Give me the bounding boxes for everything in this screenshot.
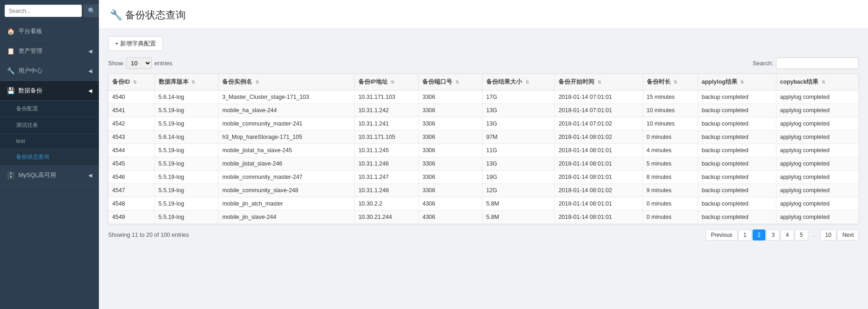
table-cell: 10.30.2.2 [355,197,419,211]
chevron-icon: ◀ [88,172,92,178]
table-cell: 2018-01-14 08:01:01 [555,197,643,211]
table-row[interactable]: 45405.6.14-log3_Master_Cluster_stage-171… [109,91,859,104]
table-cell: 3306 [419,184,483,197]
sidebar-item-assets[interactable]: 📋 资产管理 ◀ [0,41,99,61]
table-cell: 0 minutes [643,131,698,144]
table-cell: 5.6.14-log [155,91,218,104]
table-cell: 4306 [419,197,483,211]
table-cell: 5.5.19-log [155,104,218,117]
table-cell: 2018-01-14 08:01:01 [555,157,643,171]
search-button[interactable]: 🔍 [84,5,100,17]
table-search-input[interactable] [776,57,859,69]
table-cell: 2018-01-14 08:01:02 [555,184,643,197]
table-cell: applylog completed [776,211,858,224]
sidebar-item-mysql-ha[interactable]: 🗄️ MySQL高可用 ◀ [0,166,99,185]
page-btn-3[interactable]: 3 [766,229,780,240]
col-backup-port[interactable]: 备份端口号 ⇅ [419,74,483,91]
page-btn-5[interactable]: 5 [795,229,808,240]
table-row[interactable]: 45425.5.19-logmobile_community_master-24… [109,117,859,131]
sidebar-item-backup-status[interactable]: 备份状态查询 [0,149,99,166]
table-cell: 10 minutes [643,104,698,117]
sort-icon: ⇅ [455,80,459,85]
table-cell: mobile_ha_slave-244 [218,104,355,117]
entries-label: entries [155,60,172,67]
col-duration[interactable]: 备份时长 ⇅ [643,74,698,91]
col-backup-id[interactable]: 备份ID ⇅ [109,74,155,91]
table-cell: applylog completed [776,171,858,184]
page-btn-2[interactable]: 2 [753,229,766,240]
table-cell: 5.5.19-log [155,211,218,224]
assets-icon: 📋 [7,47,15,55]
page-title: 🔧 备份状态查询 [110,8,186,22]
table-cell: 0 minutes [643,211,698,224]
sidebar-item-label: 用户中心 [18,67,88,75]
sidebar-item-platform[interactable]: 🏠 平台看板 [0,22,99,41]
col-backup-ip[interactable]: 备份IP地址 ⇅ [355,74,419,91]
table-cell: 4306 [419,211,483,224]
table-row[interactable]: 45415.5.19-logmobile_ha_slave-24410.31.1… [109,104,859,117]
show-label: Show [108,60,123,67]
table-cell: 10.31.1.242 [355,104,419,117]
page-btn-1[interactable]: 1 [738,229,752,240]
table-cell: 10.31.171.103 [355,91,419,104]
table-cell: 12G [483,184,555,197]
page-btn-last[interactable]: 10 [820,229,836,240]
sidebar-item-test-task[interactable]: 测试任务 [0,117,99,134]
table-cell: applylog completed [776,144,858,157]
table-cell: applylog completed [776,157,858,171]
table-row[interactable]: 45495.5.19-logmobile_jin_slave-24410.30.… [109,211,859,224]
previous-button[interactable]: Previous [706,229,737,240]
table-cell: 15 minutes [643,91,698,104]
add-config-button[interactable]: + 新增字典配置 [108,36,163,51]
col-db-version[interactable]: 数据库版本 ⇅ [155,74,218,91]
col-copyback[interactable]: copyback结果 ⇅ [776,74,858,91]
sort-icon: ⇅ [391,80,394,85]
table-cell: 3_Master_Cluster_stage-171_103 [218,91,355,104]
table-cell: 2018-01-14 08:01:01 [555,211,643,224]
table-controls: Show 10 25 50 100 entries Search: [108,57,859,69]
page-header: 🔧 备份状态查询 [99,0,868,29]
table-cell: 13G [483,117,555,131]
table-cell: backup completed [698,144,776,157]
table-cell: 4549 [109,211,155,224]
entries-select[interactable]: 10 25 50 100 [126,57,152,69]
sidebar-item-label: 资产管理 [18,47,88,55]
table-cell: 3306 [419,157,483,171]
data-table: 备份ID ⇅ 数据库版本 ⇅ 备份实例名 ⇅ 备份IP地址 ⇅ [108,74,859,224]
table-cell: 4541 [109,104,155,117]
table-cell: 5.8M [483,197,555,211]
table-cell: 10.30.21.244 [355,211,419,224]
table-row[interactable]: 45465.5.19-logmobile_community_master-24… [109,171,859,184]
col-start-time[interactable]: 备份开始时间 ⇅ [555,74,643,91]
table-row[interactable]: 45475.5.19-logmobile_community_slave-248… [109,184,859,197]
backup-submenu: 备份配置 测试任务 test 备份状态查询 [0,101,99,166]
sidebar-item-test[interactable]: test [0,134,99,149]
next-button[interactable]: Next [837,229,859,240]
table-row[interactable]: 45435.6.14-logh3_Mop_hareStorage-171_105… [109,131,859,144]
col-backup-size[interactable]: 备份结果大小 ⇅ [483,74,555,91]
table-cell: 4543 [109,131,155,144]
table-row[interactable]: 45455.5.19-logmobile_jistat_slave-24610.… [109,157,859,171]
table-cell: 4544 [109,144,155,157]
col-instance-name[interactable]: 备份实例名 ⇅ [218,74,355,91]
table-cell: 3306 [419,91,483,104]
page-btn-4[interactable]: 4 [781,229,794,240]
table-row[interactable]: 45445.5.19-logmobile_jistat_ha_slave-245… [109,144,859,157]
table-cell: 13G [483,104,555,117]
table-cell: 97M [483,131,555,144]
sidebar-item-users[interactable]: 🔧 用户中心 ◀ [0,61,99,81]
sort-icon: ⇅ [740,80,744,85]
table-cell: backup completed [698,157,776,171]
sidebar: 🔍 🏠 平台看板 📋 资产管理 ◀ 🔧 用户中心 ◀ 💾 数据备份 ◀ 备份配置… [0,0,99,309]
table-cell: 10.31.1.245 [355,144,419,157]
show-entries: Show 10 25 50 100 entries [108,57,172,69]
table-row[interactable]: 45485.5.19-logmobile_jin_atch_master10.3… [109,197,859,211]
table-cell: applylog completed [776,131,858,144]
search-input[interactable] [5,5,82,17]
sidebar-item-backup-config[interactable]: 备份配置 [0,101,99,117]
chevron-icon: ◀ [88,88,92,94]
table-cell: backup completed [698,104,776,117]
sidebar-item-backup[interactable]: 💾 数据备份 ◀ [0,81,99,101]
col-applylog[interactable]: applylog结果 ⇅ [698,74,776,91]
table-cell: mobile_jistat_slave-246 [218,157,355,171]
